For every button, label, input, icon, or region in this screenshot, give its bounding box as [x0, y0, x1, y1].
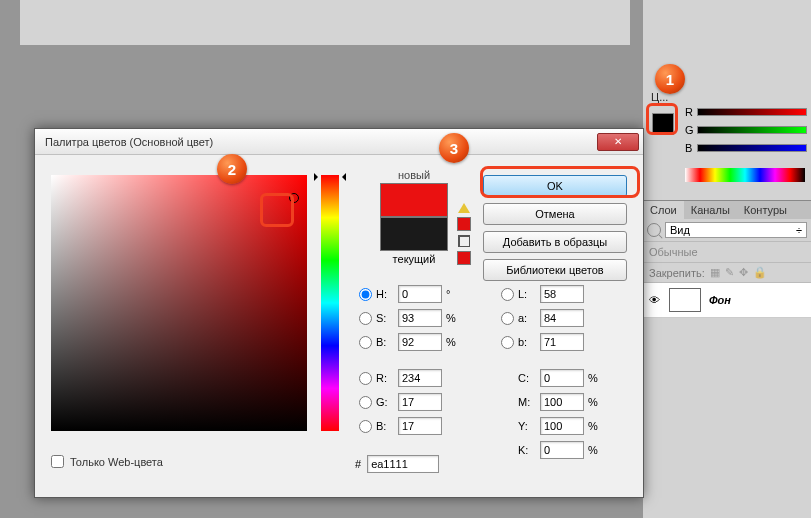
slider-label-g: G [685, 124, 693, 136]
websafe-swatch[interactable] [457, 251, 471, 265]
saturation-value-box[interactable] [51, 175, 307, 431]
slider-label-r: R [685, 106, 693, 118]
color-tab-label[interactable]: Ц... [643, 88, 676, 106]
unit-s: % [446, 312, 460, 324]
slider-label-b: B [685, 142, 693, 154]
label-a: a: [518, 312, 536, 324]
label-m: M: [518, 396, 536, 408]
unit-k: % [588, 444, 602, 456]
unit-h: ° [446, 288, 460, 300]
input-bv[interactable] [398, 333, 442, 351]
color-libraries-button[interactable]: Библиотеки цветов [483, 259, 627, 281]
hex-prefix: # [355, 458, 361, 470]
label-lab-b: b: [518, 336, 536, 348]
color-preview: новый текущий [359, 169, 469, 265]
color-panel: Ц... R G B [643, 88, 811, 106]
input-h[interactable] [398, 285, 442, 303]
hue-cursor[interactable] [316, 173, 344, 179]
input-a[interactable] [540, 309, 584, 327]
canvas-area [20, 0, 630, 45]
gamut-warning-icon[interactable] [458, 197, 470, 213]
visibility-eye-icon[interactable]: 👁 [649, 294, 661, 306]
right-panels: Ц... R G B Слои Каналы Контуры Вид÷ Обыч… [643, 0, 811, 518]
foreground-color-swatch[interactable] [652, 113, 674, 135]
blend-mode[interactable]: Обычные [643, 242, 811, 263]
radio-g[interactable] [359, 396, 372, 409]
color-picker-dialog: Палитра цветов (Основной цвет) ✕ новый т… [34, 128, 644, 498]
input-lab-b[interactable] [540, 333, 584, 351]
layers-panel: Слои Каналы Контуры Вид÷ Обычные Закрепи… [643, 200, 811, 318]
add-to-swatches-button[interactable]: Добавить в образцы [483, 231, 627, 253]
websafe-warning-icon[interactable] [458, 235, 470, 247]
filter-dropdown[interactable]: Вид÷ [665, 222, 807, 238]
input-k[interactable] [540, 441, 584, 459]
layer-thumb [669, 288, 701, 312]
filter-dropdown-label: Вид [670, 224, 690, 236]
unit-c: % [588, 372, 602, 384]
close-button[interactable]: ✕ [597, 133, 639, 151]
label-bv: B: [376, 336, 394, 348]
swatch-current[interactable] [380, 217, 448, 251]
web-only-label: Только Web-цвета [70, 456, 163, 468]
lock-pixels-icon[interactable]: ▦ [710, 266, 720, 279]
label-l: L: [518, 288, 536, 300]
tab-layers[interactable]: Слои [643, 201, 684, 219]
input-s[interactable] [398, 309, 442, 327]
gamut-swatch[interactable] [457, 217, 471, 231]
slider-b[interactable] [697, 144, 807, 152]
filter-icon [647, 223, 661, 237]
ok-button[interactable]: OK [483, 175, 627, 197]
input-l[interactable] [540, 285, 584, 303]
radio-a[interactable] [501, 312, 514, 325]
label-s: S: [376, 312, 394, 324]
rgb-sliders: R G B [685, 106, 807, 160]
dialog-titlebar[interactable]: Палитра цветов (Основной цвет) ✕ [35, 129, 643, 155]
sv-cursor[interactable] [289, 193, 299, 203]
radio-bv[interactable] [359, 336, 372, 349]
tab-channels[interactable]: Каналы [684, 201, 737, 219]
radio-l[interactable] [501, 288, 514, 301]
web-only-checkbox[interactable]: Только Web-цвета [51, 455, 163, 468]
web-only-input[interactable] [51, 455, 64, 468]
spectrum-strip[interactable] [685, 168, 805, 182]
slider-g[interactable] [697, 126, 807, 134]
input-c[interactable] [540, 369, 584, 387]
lock-brush-icon[interactable]: ✎ [725, 266, 734, 279]
input-y[interactable] [540, 417, 584, 435]
slider-r[interactable] [697, 108, 807, 116]
input-m[interactable] [540, 393, 584, 411]
chevron-down-icon: ÷ [796, 224, 802, 236]
radio-lab-b[interactable] [501, 336, 514, 349]
label-y: Y: [518, 420, 536, 432]
input-r[interactable] [398, 369, 442, 387]
label-b: B: [376, 420, 394, 432]
label-g: G: [376, 396, 394, 408]
label-new: новый [359, 169, 469, 181]
hue-strip[interactable] [321, 175, 339, 431]
lock-label: Закрепить: [649, 267, 705, 279]
radio-h[interactable] [359, 288, 372, 301]
radio-r[interactable] [359, 372, 372, 385]
unit-m: % [588, 396, 602, 408]
cancel-button[interactable]: Отмена [483, 203, 627, 225]
unit-y: % [588, 420, 602, 432]
unit-bv: % [446, 336, 460, 348]
input-b[interactable] [398, 417, 442, 435]
dialog-title: Палитра цветов (Основной цвет) [45, 136, 213, 148]
label-c: C: [518, 372, 536, 384]
radio-b[interactable] [359, 420, 372, 433]
layer-row[interactable]: 👁 Фон [643, 283, 811, 318]
input-hex[interactable] [367, 455, 439, 473]
tab-paths[interactable]: Контуры [737, 201, 794, 219]
lock-all-icon[interactable]: 🔒 [753, 266, 767, 279]
lock-move-icon[interactable]: ✥ [739, 266, 748, 279]
label-current: текущий [359, 253, 469, 265]
label-h: H: [376, 288, 394, 300]
label-r: R: [376, 372, 394, 384]
radio-s[interactable] [359, 312, 372, 325]
layer-name: Фон [709, 294, 731, 306]
input-g[interactable] [398, 393, 442, 411]
swatch-new [380, 183, 448, 217]
label-k: K: [518, 444, 536, 456]
